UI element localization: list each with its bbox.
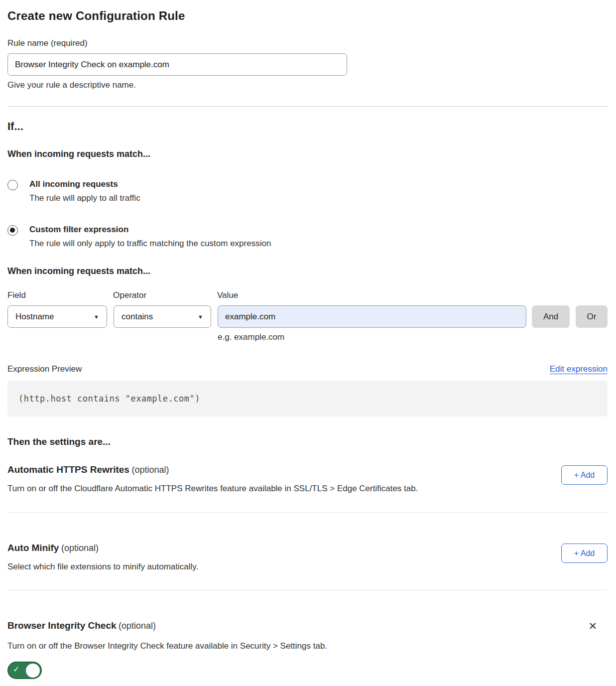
setting-divider	[7, 590, 608, 590]
chevron-down-icon: ▼	[198, 314, 203, 320]
radio-option-label: Custom filter expression	[29, 225, 271, 235]
setting-description: Turn on or off the Cloudflare Automatic …	[7, 484, 418, 494]
radio-option-text: All incoming requests The rule will appl…	[29, 179, 140, 203]
chevron-down-icon: ▼	[94, 314, 99, 320]
radio-option-all-incoming[interactable]: All incoming requests The rule will appl…	[7, 179, 608, 203]
setting-name: Automatic HTTPS Rewrites	[7, 464, 129, 475]
radio-option-description: The rule will apply to all traffic	[29, 193, 140, 203]
field-select-value: Hostname	[15, 312, 54, 322]
builder-controls-row: Hostname ▼ contains ▼ And Or	[7, 305, 608, 328]
setting-row-auto-minify: Auto Minify (optional) Select which file…	[7, 543, 608, 572]
add-setting-button[interactable]: + Add	[561, 465, 608, 485]
radio-option-custom-filter[interactable]: Custom filter expression The rule will o…	[7, 225, 608, 249]
create-configuration-rule-form: Create new Configuration Rule Rule name …	[0, 0, 616, 681]
setting-description: Select which file extensions to minify a…	[7, 562, 198, 572]
radio-option-text: Custom filter expression The rule will o…	[29, 225, 271, 249]
setting-optional-tag: (optional)	[119, 621, 156, 631]
section-divider	[7, 106, 608, 107]
toggle-knob	[26, 664, 40, 678]
setting-optional-tag: (optional)	[61, 543, 99, 553]
active-setting-header: Browser Integrity Check (optional) ✕	[7, 620, 608, 632]
setting-info: Automatic HTTPS Rewrites (optional) Turn…	[7, 464, 418, 494]
setting-optional-tag: (optional)	[131, 465, 169, 475]
setting-description: Turn on or off the Browser Integrity Che…	[7, 641, 608, 651]
value-input[interactable]	[218, 305, 526, 328]
setting-info: Auto Minify (optional) Select which file…	[7, 543, 198, 572]
page-title: Create new Configuration Rule	[7, 9, 608, 23]
or-button[interactable]: Or	[576, 305, 608, 328]
radio-option-description: The rule will only apply to traffic matc…	[29, 239, 271, 249]
rule-name-help: Give your rule a descriptive name.	[7, 80, 608, 90]
radio-option-label: All incoming requests	[29, 179, 140, 189]
then-heading: Then the settings are...	[7, 436, 608, 447]
setting-name: Browser Integrity Check	[7, 620, 117, 631]
operator-select[interactable]: contains ▼	[114, 305, 211, 328]
value-column-label: Value	[217, 290, 238, 300]
and-button[interactable]: And	[532, 305, 570, 328]
radio-button-unselected[interactable]	[7, 180, 18, 190]
expression-code-text: (http.host contains "example.com")	[18, 394, 200, 404]
setting-row-browser-integrity-check: Browser Integrity Check (optional) ✕ Tur…	[7, 620, 608, 681]
close-icon[interactable]: ✕	[588, 621, 597, 632]
if-heading: If...	[7, 120, 608, 133]
check-icon: ✓	[13, 665, 19, 674]
operator-column-label: Operator	[113, 290, 217, 300]
edit-expression-link[interactable]: Edit expression	[550, 364, 608, 374]
expression-preview-header: Expression Preview Edit expression	[7, 364, 608, 374]
rule-name-label: Rule name (required)	[7, 38, 608, 48]
builder-heading: When incoming requests match...	[7, 266, 608, 276]
add-setting-button[interactable]: + Add	[561, 544, 608, 563]
expression-preview-code: (http.host contains "example.com")	[7, 381, 608, 416]
builder-column-labels: Field Operator Value	[7, 290, 608, 300]
field-column-label: Field	[7, 290, 113, 300]
setting-divider	[7, 512, 608, 513]
field-select[interactable]: Hostname ▼	[7, 305, 107, 328]
setting-name: Auto Minify	[7, 543, 59, 553]
browser-integrity-check-toggle[interactable]: ✓	[7, 662, 42, 679]
match-heading: When incoming requests match...	[7, 149, 608, 159]
value-help-text: e.g. example.com	[218, 332, 608, 342]
operator-select-value: contains	[122, 312, 153, 322]
setting-row-automatic-https-rewrites: Automatic HTTPS Rewrites (optional) Turn…	[7, 464, 608, 494]
expression-builder: When incoming requests match... Field Op…	[7, 266, 608, 342]
rule-name-input[interactable]	[7, 53, 347, 76]
expression-preview-label: Expression Preview	[7, 364, 82, 374]
radio-button-selected[interactable]	[7, 225, 18, 236]
